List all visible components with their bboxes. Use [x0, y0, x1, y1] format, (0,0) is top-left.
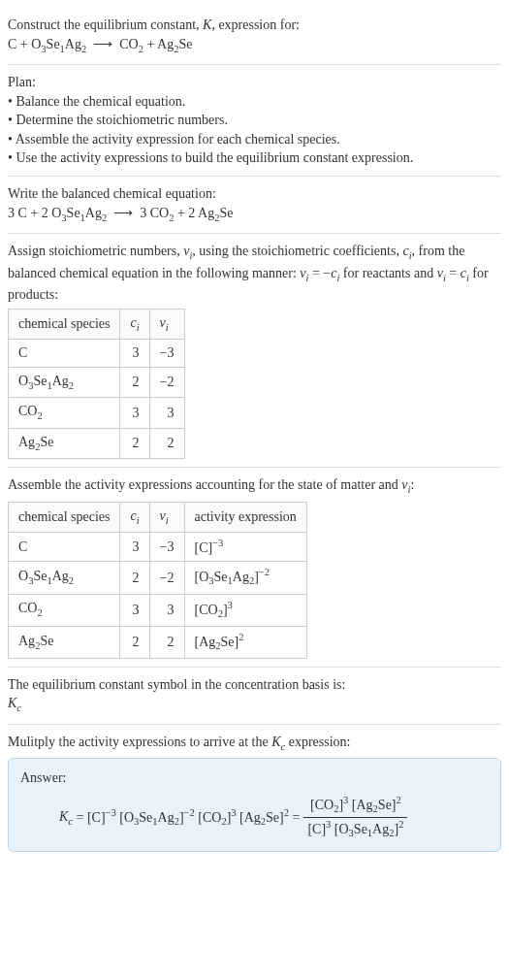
intro-equation: C + O3Se1Ag2 ⟶ CO2 + Ag2Se: [8, 35, 501, 56]
col-activity: activity expression: [184, 502, 306, 532]
cell-ci: 2: [120, 367, 149, 397]
answer-box: Answer: Kc = [C]−3 [O3Se1Ag2]−2 [CO2]3 […: [8, 758, 501, 852]
cell-vi: 3: [149, 398, 184, 428]
plan-item: • Assemble the activity expression for e…: [8, 130, 501, 149]
table-row: CO2 3 3 [CO2]3: [9, 594, 307, 626]
col-species: chemical species: [9, 502, 120, 532]
cell-ci: 3: [120, 533, 149, 562]
table-row: CO2 3 3: [9, 398, 185, 428]
cell-species: Ag2Se: [9, 428, 120, 458]
cell-activity: [Ag2Se]2: [184, 626, 306, 658]
cell-ci: 3: [120, 340, 149, 368]
intro-section: Construct the equilibrium constant, K, e…: [8, 8, 501, 65]
col-ci: ci: [120, 502, 149, 532]
cell-species: C: [9, 340, 120, 368]
plan-section: Plan: • Balance the chemical equation. •…: [8, 65, 501, 177]
table-row: Ag2Se 2 2: [9, 428, 185, 458]
table-row: Ag2Se 2 2 [Ag2Se]2: [9, 626, 307, 658]
table-header-row: chemical species ci νi activity expressi…: [9, 502, 307, 532]
cell-ci: 2: [120, 428, 149, 458]
cell-vi: −3: [149, 340, 184, 368]
plan-item: • Determine the stoichiometric numbers.: [8, 111, 501, 130]
balanced-heading: Write the balanced chemical equation:: [8, 184, 501, 204]
cell-vi: −3: [149, 533, 184, 562]
kc-fraction: [CO2]3 [Ag2Se]2 [C]3 [O3Se1Ag2]2: [303, 794, 407, 841]
activity-section: Assemble the activity expressions accoun…: [8, 468, 501, 668]
col-vi: νi: [149, 309, 184, 339]
final-expression: Kc = [C]−3 [O3Se1Ag2]−2 [CO2]3 [Ag2Se]2 …: [20, 794, 489, 841]
table-row: O3Se1Ag2 2 −2: [9, 367, 185, 397]
cell-activity: [O3Se1Ag2]−2: [184, 562, 306, 594]
cell-ci: 3: [120, 594, 149, 626]
cell-vi: 2: [149, 626, 184, 658]
balanced-equation: 3 C + 2 O3Se1Ag2 ⟶ 3 CO2 + 2 Ag2Se: [8, 204, 501, 225]
activity-intro: Assemble the activity expressions accoun…: [8, 475, 501, 497]
final-section: Mulitply the activity expressions to arr…: [8, 725, 501, 860]
cell-ci: 3: [120, 398, 149, 428]
basis-symbol: Kc: [8, 694, 501, 715]
cell-ci: 2: [120, 626, 149, 658]
plan-item: • Balance the chemical equation.: [8, 92, 501, 112]
cell-activity: [C]−3: [184, 533, 306, 562]
col-vi: νi: [149, 502, 184, 532]
plan-heading: Plan:: [8, 73, 501, 92]
final-intro: Mulitply the activity expressions to arr…: [8, 733, 501, 754]
kc-frac-num: [CO2]3 [Ag2Se]2: [306, 794, 405, 817]
cell-species: O3Se1Ag2: [9, 562, 120, 594]
kc-frac-den: [C]3 [O3Se1Ag2]2: [303, 818, 407, 841]
cell-species: CO2: [9, 594, 120, 626]
table-header-row: chemical species ci νi: [9, 309, 185, 339]
answer-label: Answer:: [20, 768, 489, 788]
cell-species: CO2: [9, 398, 120, 428]
basis-section: The equilibrium constant symbol in the c…: [8, 668, 501, 725]
col-ci: ci: [120, 309, 149, 339]
intro-line1: Construct the equilibrium constant, K, e…: [8, 16, 501, 35]
table-row: C 3 −3 [C]−3: [9, 533, 307, 562]
cell-vi: 2: [149, 428, 184, 458]
cell-ci: 2: [120, 562, 149, 594]
table-row: C 3 −3: [9, 340, 185, 368]
stoich-section: Assign stoichiometric numbers, νi, using…: [8, 234, 501, 468]
stoich-table: chemical species ci νi C 3 −3 O3Se1Ag2 2…: [8, 309, 185, 460]
cell-activity: [CO2]3: [184, 594, 306, 626]
activity-table: chemical species ci νi activity expressi…: [8, 502, 307, 659]
plan-item: • Use the activity expressions to build …: [8, 148, 501, 168]
cell-species: Ag2Se: [9, 626, 120, 658]
col-species: chemical species: [9, 309, 120, 339]
cell-vi: 3: [149, 594, 184, 626]
cell-species: O3Se1Ag2: [9, 367, 120, 397]
cell-species: C: [9, 533, 120, 562]
stoich-intro: Assign stoichiometric numbers, νi, using…: [8, 242, 501, 305]
balanced-section: Write the balanced chemical equation: 3 …: [8, 177, 501, 234]
cell-vi: −2: [149, 562, 184, 594]
basis-line1: The equilibrium constant symbol in the c…: [8, 675, 501, 695]
cell-vi: −2: [149, 367, 184, 397]
kc-lhs: Kc = [C]−3 [O3Se1Ag2]−2 [CO2]3 [Ag2Se]2 …: [59, 806, 300, 830]
table-row: O3Se1Ag2 2 −2 [O3Se1Ag2]−2: [9, 562, 307, 594]
